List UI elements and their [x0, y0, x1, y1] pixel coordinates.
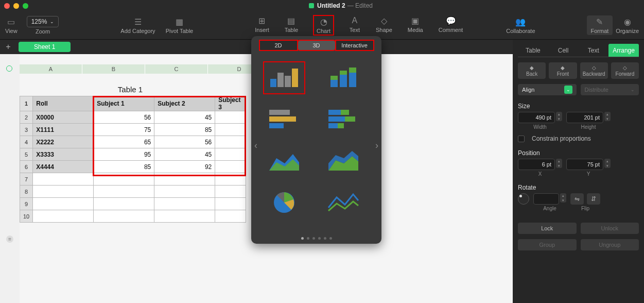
cell[interactable]: [215, 210, 246, 223]
cell[interactable]: [154, 186, 215, 198]
cell[interactable]: 65: [94, 136, 154, 148]
cell[interactable]: [215, 161, 246, 173]
cell[interactable]: X3333: [33, 148, 94, 161]
chart-template-3d-pie[interactable]: [264, 186, 305, 217]
table-title[interactable]: Table 1: [20, 85, 241, 94]
row-number[interactable]: 9: [20, 198, 33, 210]
tab-2d[interactable]: 2D: [259, 40, 298, 50]
header-cell[interactable]: Subject 2: [154, 96, 215, 111]
header-cell[interactable]: Subject 3: [215, 96, 246, 111]
cell[interactable]: [154, 210, 215, 223]
row-number[interactable]: 5: [20, 148, 33, 161]
chart-button[interactable]: ◔Chart: [314, 15, 334, 35]
bring-to-front-button[interactable]: ◆Front: [549, 62, 577, 79]
chart-template-3d-line[interactable]: [323, 186, 364, 217]
tab-interactive[interactable]: Interactive: [336, 40, 374, 50]
cell[interactable]: X2222: [33, 136, 94, 148]
tab-arrange[interactable]: Arrange: [608, 44, 639, 57]
cell[interactable]: [94, 210, 154, 223]
minimize-window-button[interactable]: [13, 3, 19, 9]
flip-vertical-button[interactable]: ⇵: [587, 193, 600, 205]
x-stepper[interactable]: ▴▾: [556, 159, 562, 168]
cell[interactable]: 85: [154, 124, 215, 136]
x-field[interactable]: 6 pt: [518, 159, 555, 170]
chart-template-3d-stacked-bar[interactable]: [323, 103, 364, 135]
cell[interactable]: [94, 173, 154, 186]
tab-table[interactable]: Table: [518, 47, 548, 54]
cell[interactable]: [33, 198, 94, 210]
cell[interactable]: 45: [154, 111, 215, 124]
angle-stepper[interactable]: ▴▾: [560, 193, 566, 203]
angle-field[interactable]: [533, 193, 559, 205]
next-page-button[interactable]: ›: [375, 140, 378, 151]
text-button[interactable]: AText: [349, 15, 360, 35]
row-number[interactable]: 2: [20, 111, 33, 124]
cell[interactable]: 95: [94, 148, 154, 161]
chart-template-3d-stacked-column[interactable]: [323, 62, 364, 94]
cell[interactable]: [154, 173, 215, 186]
add-category-button[interactable]: ☰ Add Category: [120, 16, 155, 34]
pivot-table-button[interactable]: ▦ Pivot Table: [166, 16, 194, 34]
col-header[interactable]: A: [20, 64, 82, 74]
shape-button[interactable]: ◇Shape: [376, 15, 392, 35]
close-window-button[interactable]: [4, 3, 10, 9]
chart-template-3d-area[interactable]: [264, 144, 305, 176]
group-button[interactable]: Group: [518, 239, 577, 250]
y-stepper[interactable]: ▴▾: [604, 159, 611, 168]
flip-horizontal-button[interactable]: ⇋: [570, 193, 584, 205]
cell[interactable]: [154, 198, 215, 210]
cell[interactable]: X1111: [33, 124, 94, 136]
chart-template-3d-stacked-area[interactable]: [323, 144, 364, 176]
cell[interactable]: [33, 186, 94, 198]
chart-template-3d-bar[interactable]: [264, 103, 305, 135]
col-header[interactable]: B: [82, 64, 145, 74]
row-number[interactable]: 6: [20, 161, 33, 173]
table-button[interactable]: ▤Table: [285, 15, 298, 35]
tab-text[interactable]: Text: [579, 47, 609, 54]
chart-template-3d-column[interactable]: [264, 62, 305, 94]
rotate-knob[interactable]: [518, 193, 529, 205]
row-number[interactable]: 10: [20, 210, 33, 223]
row-number[interactable]: 4: [20, 136, 33, 148]
send-to-back-button[interactable]: ◆Back: [518, 62, 546, 79]
cell[interactable]: [215, 198, 246, 210]
cell[interactable]: [215, 173, 246, 186]
media-button[interactable]: ▣Media: [408, 15, 423, 35]
cell[interactable]: [215, 148, 246, 161]
cell[interactable]: [33, 173, 94, 186]
tab-cell[interactable]: Cell: [548, 47, 579, 54]
comment-button[interactable]: 💬Comment: [439, 15, 463, 35]
cell[interactable]: [215, 124, 246, 136]
y-field[interactable]: 75 pt: [566, 159, 603, 170]
cell[interactable]: 92: [154, 161, 215, 173]
add-sheet-button[interactable]: +: [3, 42, 13, 52]
cell[interactable]: 75: [94, 124, 154, 136]
distribute-select[interactable]: Distribute⌄: [581, 84, 639, 95]
header-cell[interactable]: Roll: [33, 96, 94, 111]
height-stepper[interactable]: ▴▾: [604, 112, 611, 121]
cell[interactable]: 56: [94, 111, 154, 124]
constrain-checkbox[interactable]: [518, 136, 525, 142]
row-number[interactable]: 1: [20, 96, 33, 111]
header-cell[interactable]: Subject 1: [94, 96, 154, 111]
cell[interactable]: 85: [94, 161, 154, 173]
align-select[interactable]: Align⌄: [518, 84, 577, 95]
ungroup-button[interactable]: Ungroup: [581, 239, 639, 250]
width-field[interactable]: 490 pt: [518, 112, 555, 123]
collaborate-button[interactable]: 👥Collaborate: [506, 16, 535, 34]
row-number[interactable]: 8: [20, 186, 33, 198]
insert-button[interactable]: ⊞Insert: [255, 15, 269, 35]
cell[interactable]: [33, 210, 94, 223]
sheet-tab[interactable]: Sheet 1: [19, 42, 71, 52]
cell[interactable]: [94, 198, 154, 210]
height-field[interactable]: 201 pt: [566, 112, 603, 123]
bring-forward-button[interactable]: ◇Forward: [611, 62, 639, 79]
col-header[interactable]: C: [145, 64, 208, 74]
cell[interactable]: 56: [154, 136, 215, 148]
cell[interactable]: [215, 111, 246, 124]
cell[interactable]: X0000: [33, 111, 94, 124]
send-backward-button[interactable]: ◇Backward: [580, 62, 608, 79]
formula-marker-icon[interactable]: =: [6, 235, 13, 243]
tab-3d[interactable]: 3D: [298, 40, 336, 50]
view-button[interactable]: ▭ View: [5, 16, 18, 34]
